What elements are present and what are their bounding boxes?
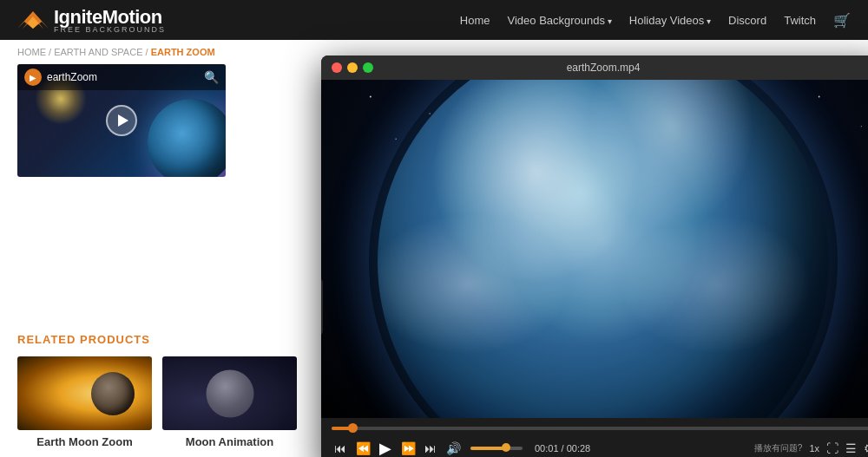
- moon-anim-visual: [162, 356, 297, 430]
- thumb-inner: ▶ earthZoom 🔍: [17, 64, 226, 177]
- volume-fill: [470, 447, 507, 450]
- logo-subtitle: FREE BACKGROUNDS: [54, 25, 166, 34]
- breadcrumb-earth-space[interactable]: EARTH AND SPACE: [54, 47, 142, 57]
- nav-discord[interactable]: Discord: [728, 14, 766, 27]
- related-thumb-earth-moon-zoom: [17, 356, 152, 430]
- right-controls: 播放有问题? 1x ⛶ ☰ ⚙: [754, 441, 868, 455]
- earth-body: [378, 80, 829, 418]
- player-controls: ⏮ ⏪ ▶ ⏩ ⏭ 🔊 00:01 / 00:28 播放有问题? 1x ⛶ ☰: [321, 418, 868, 457]
- fast-forward-button[interactable]: ⏩: [399, 441, 417, 455]
- svg-point-9: [819, 96, 820, 98]
- report-button[interactable]: 播放有问题?: [754, 442, 803, 454]
- speed-control[interactable]: 1x: [809, 443, 819, 454]
- related-item-earth-moon-zoom[interactable]: Earth Moon Zoom: [17, 356, 152, 448]
- related-name-earth-moon-zoom: Earth Moon Zoom: [17, 435, 152, 448]
- breadcrumb-current: EARTH ZOOM: [151, 47, 215, 57]
- video-player: earthZoom.mp4: [321, 55, 868, 457]
- nav-holiday-videos[interactable]: Holiday Videos: [629, 14, 711, 27]
- player-titlebar: earthZoom.mp4: [321, 55, 868, 80]
- playlist-button[interactable]: ☰: [845, 441, 857, 455]
- main-content: ▶ earthZoom 🔍 RELATED PRODUCTS Earth Moo…: [0, 64, 868, 448]
- skip-forward-button[interactable]: ⏭: [422, 441, 439, 455]
- video-thumbnail[interactable]: ▶ earthZoom 🔍: [17, 64, 226, 177]
- play-pause-button[interactable]: ▶: [377, 439, 394, 457]
- related-item-moon-animation[interactable]: Moon Animation: [162, 356, 297, 448]
- thumb-search-icon[interactable]: 🔍: [204, 70, 219, 84]
- settings-button[interactable]: ⚙: [864, 441, 868, 455]
- svg-point-10: [861, 126, 862, 127]
- window-close-button[interactable]: [332, 62, 342, 73]
- related-products-grid: Earth Moon Zoom Moon Animation: [17, 356, 312, 448]
- side-controls: [321, 279, 323, 335]
- header: IgniteMotion FREE BACKGROUNDS Home Video…: [0, 0, 868, 40]
- skip-back-button[interactable]: ⏮: [332, 441, 349, 455]
- player-filename: earthZoom.mp4: [567, 62, 641, 74]
- progress-bar[interactable]: [332, 427, 868, 430]
- volume-thumb: [502, 443, 510, 452]
- thumb-title-label: earthZoom: [47, 71, 97, 83]
- related-thumb-moon-animation: [162, 356, 297, 430]
- logo-area: IgniteMotion FREE BACKGROUNDS: [17, 6, 166, 34]
- pip-button[interactable]: ⛶: [826, 441, 838, 455]
- thumb-title-area: ▶ earthZoom: [24, 69, 97, 86]
- volume-icon[interactable]: 🔊: [444, 441, 462, 455]
- player-video-area[interactable]: [321, 80, 868, 418]
- earth-scene: [321, 80, 868, 418]
- logo-flame-icon: [17, 11, 49, 29]
- nav-video-backgrounds[interactable]: Video Backgrounds: [508, 14, 612, 27]
- nav-twitch[interactable]: Twitch: [784, 14, 816, 27]
- thumb-play-icon: ▶: [24, 69, 42, 86]
- related-products-title: RELATED PRODUCTS: [17, 333, 312, 346]
- thumb-earth-visual: [148, 99, 226, 177]
- cart-icon[interactable]: 🛒: [833, 12, 851, 29]
- earth-moon-visual: [17, 356, 152, 430]
- traffic-lights: [332, 62, 373, 73]
- window-minimize-button[interactable]: [347, 62, 358, 73]
- svg-point-11: [395, 138, 397, 140]
- volume-slider[interactable]: [470, 447, 523, 450]
- logo-text-area: IgniteMotion FREE BACKGROUNDS: [54, 6, 166, 34]
- rewind-button[interactable]: ⏪: [354, 441, 372, 455]
- svg-point-3: [429, 113, 431, 114]
- nav-home[interactable]: Home: [460, 14, 490, 27]
- svg-point-2: [370, 96, 372, 98]
- left-panel: ▶ earthZoom 🔍 RELATED PRODUCTS Earth Moo…: [17, 64, 312, 448]
- thumbnail-play-button[interactable]: [106, 105, 137, 136]
- controls-row: ⏮ ⏪ ▶ ⏩ ⏭ 🔊 00:01 / 00:28 播放有问题? 1x ⛶ ☰: [332, 439, 868, 457]
- window-maximize-button[interactable]: [363, 62, 373, 73]
- breadcrumb-home[interactable]: HOME: [17, 47, 46, 57]
- main-nav: Home Video Backgrounds Holiday Videos Di…: [460, 12, 851, 29]
- progress-bar-fill: [332, 427, 353, 430]
- progress-thumb: [348, 423, 358, 433]
- time-display: 00:01 / 00:28: [535, 443, 590, 454]
- thumb-header-bar: ▶ earthZoom 🔍: [17, 64, 226, 90]
- related-name-moon-animation: Moon Animation: [162, 435, 297, 448]
